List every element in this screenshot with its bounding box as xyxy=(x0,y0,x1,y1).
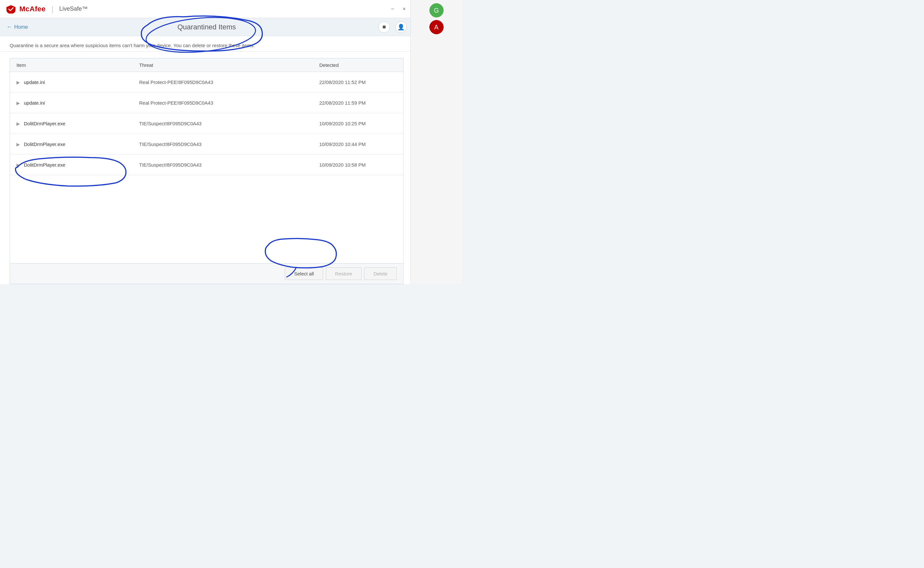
col-header-threat: Threat xyxy=(133,62,313,68)
home-label: Home xyxy=(14,24,28,30)
col-header-detected: Detected xyxy=(313,62,403,68)
brand-name: McAfee xyxy=(20,5,45,13)
row-detected: 10/09/2020 10:25 PM xyxy=(313,121,403,126)
table-row[interactable]: ▶ DolitDrmPlayer.exe TIE/Suspect!8F095D9… xyxy=(10,134,403,155)
row-item-col: ▶ DolitDrmPlayer.exe xyxy=(10,121,133,126)
page-title: Quarantined Items xyxy=(178,23,236,31)
back-arrow-icon: ← xyxy=(6,24,12,30)
table-row[interactable]: ▶ DolitDrmPlayer.exe TIE/Suspect!8F095D9… xyxy=(10,113,403,134)
table-row[interactable]: ▶ update.ini Real Protect-PEE!8F095D9C0A… xyxy=(10,72,403,93)
col-header-item: Item xyxy=(10,62,133,68)
row-item-col: ▶ update.ini xyxy=(10,100,133,106)
row-detected: 10/09/2020 10:44 PM xyxy=(313,141,403,147)
brand-divider: | xyxy=(51,5,53,14)
row-filename: DolitDrmPlayer.exe xyxy=(24,162,65,168)
taskbar-icon-grammarly[interactable]: G xyxy=(429,3,444,17)
main-window: McAfee | LiveSafe™ − × ← Home Quarantine… xyxy=(0,0,413,284)
home-button[interactable]: ← Home xyxy=(6,24,28,30)
nav-right-controls: ■ 👤 xyxy=(378,21,407,33)
row-detected: 22/08/2020 11:59 PM xyxy=(313,100,403,106)
mcafee-logo xyxy=(5,5,17,14)
row-threat: TIE/Suspect!8F095D9C0A43 xyxy=(133,121,313,126)
quarantine-table: Item Threat Detected ▶ update.ini Real P… xyxy=(10,58,403,284)
table-row[interactable]: ▶ DolitDrmPlayer.exe TIE/Suspect!8F095D9… xyxy=(10,155,403,175)
taskbar-overlay: G A xyxy=(410,0,462,284)
description-area: Quarantine is a secure area where suspic… xyxy=(0,36,413,52)
title-bar-controls: − × xyxy=(389,5,408,13)
table-row[interactable]: ▶ update.ini Real Protect-PEE!8F095D9C0A… xyxy=(10,93,403,113)
restore-button[interactable]: Restore xyxy=(326,267,362,280)
row-item-col: ▶ update.ini xyxy=(10,79,133,85)
expand-chevron-icon: ▶ xyxy=(17,162,20,168)
profile-icon-button[interactable]: 👤 xyxy=(395,21,407,33)
action-bar: Select all Restore Delete xyxy=(10,263,403,284)
row-item-col: ▶ DolitDrmPlayer.exe xyxy=(10,141,133,147)
chat-icon-button[interactable]: ■ xyxy=(378,21,390,33)
row-detected: 22/08/2020 11:52 PM xyxy=(313,79,403,85)
select-all-button[interactable]: Select all xyxy=(285,267,323,280)
expand-chevron-icon: ▶ xyxy=(17,142,20,147)
row-threat: Real Protect-PEE!8F095D9C0A43 xyxy=(133,100,313,106)
description-text: Quarantine is a secure area where suspic… xyxy=(10,42,403,48)
row-filename: DolitDrmPlayer.exe xyxy=(24,141,65,147)
expand-chevron-icon: ▶ xyxy=(17,121,20,126)
table-body: ▶ update.ini Real Protect-PEE!8F095D9C0A… xyxy=(10,72,403,263)
expand-chevron-icon: ▶ xyxy=(17,80,20,85)
row-filename: update.ini xyxy=(24,79,45,85)
close-button[interactable]: × xyxy=(400,5,408,13)
delete-button[interactable]: Delete xyxy=(364,267,397,280)
row-detected: 10/09/2020 10:58 PM xyxy=(313,162,403,168)
expand-chevron-icon: ▶ xyxy=(17,100,20,106)
logo-area: McAfee | LiveSafe™ xyxy=(5,5,88,14)
row-threat: TIE/Suspect!8F095D9C0A43 xyxy=(133,162,313,168)
row-filename: update.ini xyxy=(24,100,45,106)
title-bar: McAfee | LiveSafe™ − × xyxy=(0,0,413,18)
minimize-button[interactable]: − xyxy=(389,5,397,13)
row-filename: DolitDrmPlayer.exe xyxy=(24,121,65,126)
table-header: Item Threat Detected xyxy=(10,59,403,72)
row-threat: TIE/Suspect!8F095D9C0A43 xyxy=(133,141,313,147)
row-threat: Real Protect-PEE!8F095D9C0A43 xyxy=(133,79,313,85)
nav-bar: ← Home Quarantined Items ■ 👤 xyxy=(0,18,413,36)
livesafe-text: LiveSafe™ xyxy=(59,6,88,12)
row-item-col: ▶ DolitDrmPlayer.exe xyxy=(10,162,133,168)
taskbar-icon-acrobat[interactable]: A xyxy=(429,20,444,34)
